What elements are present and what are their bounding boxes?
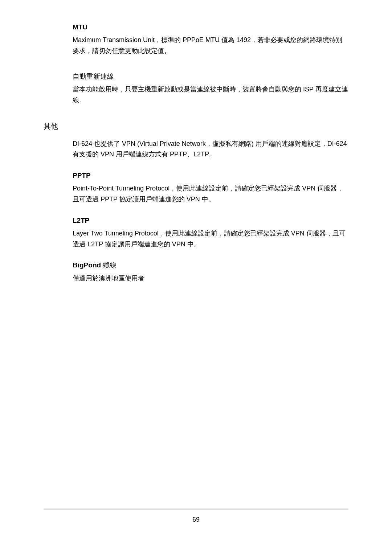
page-number: 69 — [192, 516, 200, 523]
auto-reconnect-title: 自動重新連線 — [73, 71, 348, 82]
l2tp-body: Layer Two Tunneling Protocol，使用此連線設定前，請確… — [73, 228, 348, 250]
page-container: MTU Maximum Transmission Unit，標準的 PPPoE … — [0, 0, 392, 554]
bigpond-body: 僅適用於澳洲地區使用者 — [73, 273, 348, 284]
other-intro-text: DI-624 也提供了 VPN (Virtual Private Network… — [73, 140, 347, 158]
pptp-body-text: Point-To-Point Tunneling Protocol，使用此連線設… — [73, 185, 343, 203]
mtu-section: MTU Maximum Transmission Unit，標準的 PPPoE … — [73, 22, 348, 57]
pptp-body: Point-To-Point Tunneling Protocol，使用此連線設… — [73, 183, 348, 205]
auto-reconnect-section: 自動重新連線 當本功能啟用時，只要主機重新啟動或是當連線被中斷時，裝置將會自動與… — [73, 71, 348, 106]
other-intro: DI-624 也提供了 VPN (Virtual Private Network… — [73, 139, 348, 160]
bigpond-body-text: 僅適用於澳洲地區使用者 — [73, 275, 144, 282]
pptp-title: PPTP — [73, 170, 348, 181]
mtu-body: Maximum Transmission Unit，標準的 PPPoE MTU … — [73, 35, 348, 56]
page-footer: 69 — [44, 509, 348, 525]
l2tp-section: L2TP Layer Two Tunneling Protocol，使用此連線設… — [73, 215, 348, 250]
bigpond-title: BigPond 纜線 — [73, 260, 348, 271]
l2tp-body-text: Layer Two Tunneling Protocol，使用此連線設定前，請確… — [73, 230, 346, 248]
auto-reconnect-body-text: 當本功能啟用時，只要主機重新啟動或是當連線被中斷時，裝置將會自動與您的 ISP … — [73, 86, 348, 104]
other-heading: 其他 — [44, 120, 348, 132]
mtu-body-text: Maximum Transmission Unit，標準的 PPPoE MTU … — [73, 36, 342, 54]
bigpond-title-bold: BigPond — [73, 261, 101, 269]
bigpond-title-suffix: 纜線 — [101, 261, 117, 269]
other-section: 其他 DI-624 也提供了 VPN (Virtual Private Netw… — [73, 120, 348, 284]
auto-reconnect-body: 當本功能啟用時，只要主機重新啟動或是當連線被中斷時，裝置將會自動與您的 ISP … — [73, 84, 348, 106]
content-area: MTU Maximum Transmission Unit，標準的 PPPoE … — [44, 22, 348, 509]
pptp-section: PPTP Point-To-Point Tunneling Protocol，使… — [73, 170, 348, 205]
l2tp-title: L2TP — [73, 215, 348, 226]
mtu-title: MTU — [73, 22, 348, 33]
bigpond-section: BigPond 纜線 僅適用於澳洲地區使用者 — [73, 260, 348, 284]
